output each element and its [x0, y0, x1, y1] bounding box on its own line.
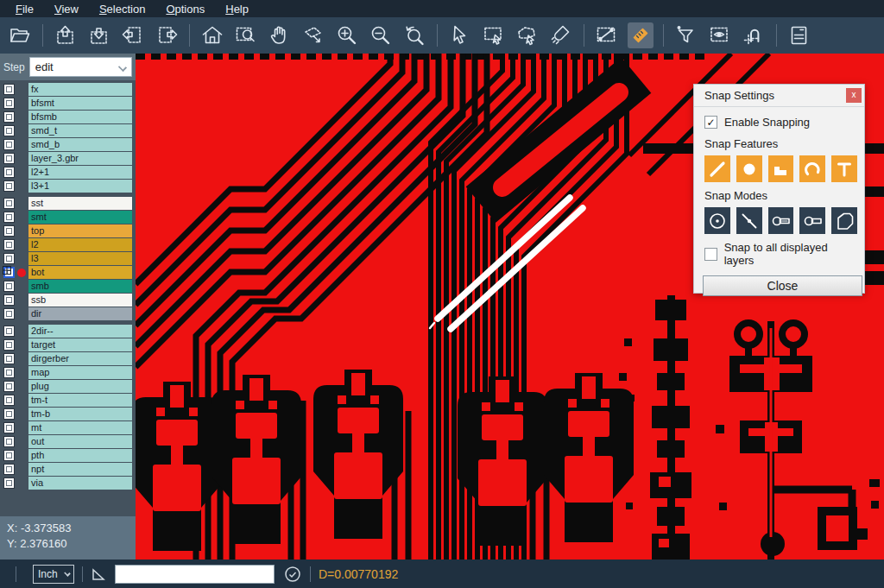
- layer-row-mt[interactable]: mt: [0, 421, 136, 434]
- layer-row-out[interactable]: out: [0, 435, 136, 448]
- home-view-button[interactable]: [199, 22, 225, 48]
- move-shape-button[interactable]: [300, 22, 326, 48]
- snap-mode-corner-button[interactable]: [831, 207, 857, 234]
- layer-checkbox[interactable]: [3, 422, 15, 433]
- layer-row-map[interactable]: map: [0, 366, 136, 379]
- layer-row-ssb[interactable]: ssb: [0, 294, 136, 307]
- layer-row-smt[interactable]: smt: [0, 211, 136, 224]
- menu-selection[interactable]: Selection: [91, 2, 154, 16]
- open-file-button[interactable]: [7, 22, 33, 48]
- layer-checkbox[interactable]: [3, 381, 15, 392]
- ruler-button[interactable]: [628, 22, 654, 48]
- measure-line-button[interactable]: [594, 22, 620, 48]
- layer-row-l3plus1[interactable]: l3+1: [0, 180, 136, 193]
- layer-row-l2plus1[interactable]: l2+1: [0, 166, 136, 179]
- menu-help[interactable]: Help: [217, 2, 257, 16]
- units-dropdown[interactable]: Inch: [33, 565, 74, 584]
- zoom-out-button[interactable]: [368, 22, 394, 48]
- layer-checkbox[interactable]: [3, 477, 15, 489]
- layer-row-via[interactable]: via: [0, 477, 136, 490]
- snap-magnet-button[interactable]: [741, 22, 767, 48]
- snap-feature-line-button[interactable]: [704, 155, 730, 182]
- snap-feature-text-button[interactable]: [831, 155, 857, 182]
- pan-hand-button[interactable]: [267, 22, 293, 48]
- import-top-button[interactable]: [53, 22, 79, 48]
- layer-checkbox[interactable]: [3, 367, 15, 378]
- layer-checkbox[interactable]: [3, 253, 15, 264]
- layer-row-tm-t[interactable]: tm-t: [0, 394, 136, 407]
- layer-checkbox[interactable]: [3, 153, 15, 164]
- layer-row-l3[interactable]: l3: [0, 252, 136, 265]
- layer-checkbox[interactable]: [3, 180, 15, 192]
- layer-row-target[interactable]: target: [0, 338, 136, 351]
- grid-icon[interactable]: [0, 266, 11, 279]
- layer-row-plug[interactable]: plug: [0, 380, 136, 393]
- layer-checkbox[interactable]: [3, 167, 15, 178]
- menu-options[interactable]: Options: [157, 2, 213, 16]
- layer-checkbox[interactable]: [3, 395, 15, 406]
- layer-row-2dir[interactable]: 2dir--: [0, 325, 136, 338]
- layer-row-bot[interactable]: bot: [0, 266, 136, 279]
- menu-file[interactable]: File: [7, 2, 42, 16]
- layer-checkbox[interactable]: [3, 281, 15, 292]
- layer-checkbox[interactable]: [3, 198, 15, 209]
- filter-button[interactable]: [673, 22, 699, 48]
- layer-checkbox[interactable]: [3, 294, 15, 306]
- layer-checkbox[interactable]: [3, 98, 15, 109]
- layer-row-fx[interactable]: fx: [0, 83, 136, 96]
- layer-checkbox[interactable]: [3, 353, 15, 364]
- layer-row-tm-b[interactable]: tm-b: [0, 408, 136, 420]
- dialog-close-icon[interactable]: x: [846, 88, 862, 103]
- layer-checkbox[interactable]: [3, 239, 15, 250]
- snap-feature-circle-button[interactable]: [736, 155, 762, 182]
- command-input[interactable]: [115, 565, 275, 584]
- snap-mode-pad-entry-button[interactable]: [768, 207, 794, 234]
- layer-row-top[interactable]: top: [0, 224, 136, 237]
- dialog-titlebar[interactable]: Snap Settings x: [694, 85, 864, 107]
- angle-tool-icon[interactable]: [91, 566, 108, 582]
- layer-row-smb[interactable]: smb: [0, 280, 136, 293]
- layer-row-dir[interactable]: dir: [0, 307, 136, 320]
- properties-panel-button[interactable]: [786, 22, 812, 48]
- layer-checkbox[interactable]: [3, 84, 15, 95]
- layer-row-l2[interactable]: l2: [0, 238, 136, 251]
- layer-checkbox[interactable]: [3, 308, 15, 319]
- layer-checkbox[interactable]: [3, 139, 15, 150]
- enable-snapping-checkbox[interactable]: ✓: [704, 116, 717, 129]
- layer-checkbox[interactable]: [3, 450, 15, 461]
- layer-row-dirgerber[interactable]: dirgerber: [0, 352, 136, 365]
- shift-right-button[interactable]: [154, 22, 180, 48]
- close-button[interactable]: Close: [703, 275, 862, 296]
- snap-feature-surface-button[interactable]: [768, 155, 794, 182]
- layer-checkbox[interactable]: [3, 326, 15, 337]
- layer-row-sst[interactable]: sst: [0, 197, 136, 210]
- step-dropdown[interactable]: edit: [29, 57, 132, 77]
- layer-checkbox[interactable]: [3, 436, 15, 447]
- layer-checkbox[interactable]: [3, 339, 15, 351]
- snap-mode-midpoint-button[interactable]: [736, 207, 762, 234]
- paint-brush-button[interactable]: [548, 22, 574, 48]
- layer-row-bfsmb[interactable]: bfsmb: [0, 111, 136, 123]
- layer-row-layer_3[interactable]: layer_3.gbr: [0, 152, 136, 165]
- layer-row-npt[interactable]: npt: [0, 463, 136, 476]
- rectangle-select-button[interactable]: [481, 22, 507, 48]
- layer-checkbox[interactable]: [3, 212, 15, 223]
- zoom-window-button[interactable]: [233, 22, 259, 48]
- layer-checkbox[interactable]: [3, 464, 15, 475]
- snap-mode-pad-body-button[interactable]: [799, 207, 825, 234]
- zoom-previous-button[interactable]: [401, 22, 427, 48]
- pointer-select-button[interactable]: [447, 22, 473, 48]
- layer-checkbox[interactable]: [3, 125, 15, 136]
- layer-row-pth[interactable]: pth: [0, 449, 136, 462]
- snap-feature-arc-button[interactable]: [799, 155, 825, 182]
- layer-checkbox[interactable]: [3, 225, 15, 237]
- polygon-select-button[interactable]: [515, 22, 540, 48]
- refresh-check-icon[interactable]: [283, 565, 302, 584]
- layer-row-bfsmt[interactable]: bfsmt: [0, 97, 136, 110]
- layer-row-smd_t[interactable]: smd_t: [0, 124, 136, 137]
- shift-left-button[interactable]: [120, 22, 146, 48]
- menu-view[interactable]: View: [46, 2, 87, 16]
- show-selection-button[interactable]: [707, 22, 733, 48]
- layer-checkbox[interactable]: [3, 111, 15, 123]
- layer-checkbox[interactable]: [3, 408, 15, 420]
